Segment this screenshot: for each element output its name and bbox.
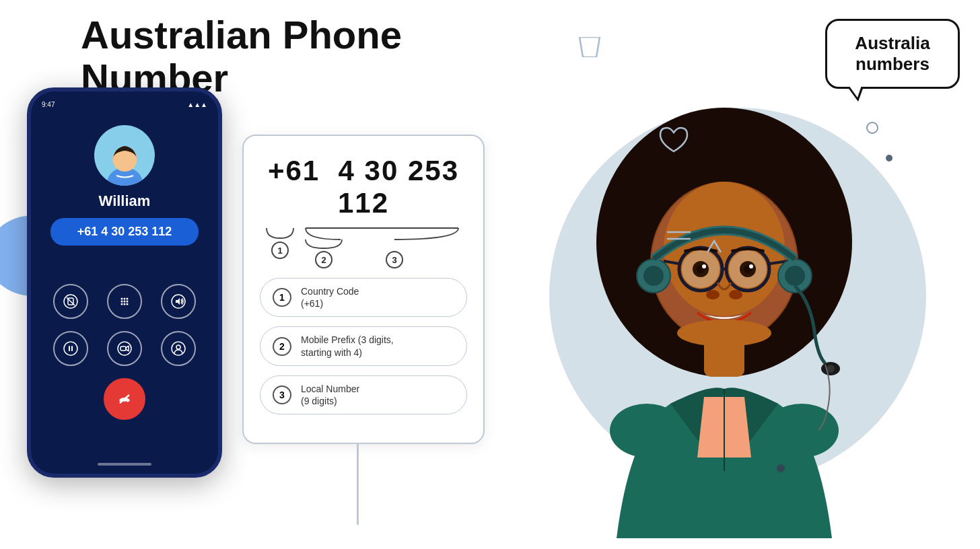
legend-badge-2: 2 — [273, 337, 291, 356]
svg-point-45 — [702, 264, 706, 268]
heart-decoration — [657, 124, 691, 155]
dot-decoration-2 — [777, 464, 785, 472]
svg-point-18 — [118, 342, 131, 355]
svg-point-59 — [867, 122, 878, 133]
svg-point-52 — [643, 266, 664, 286]
dot-decoration — [886, 155, 893, 161]
phone-mockup: 9:47 ▲▲▲ William +61 4 30 253 — [27, 87, 222, 478]
svg-point-8 — [121, 301, 123, 303]
avatar — [94, 125, 155, 186]
end-call-button[interactable] — [104, 378, 145, 420]
keypad-button[interactable] — [107, 284, 142, 319]
vertical-line — [357, 444, 359, 525]
svg-point-12 — [124, 303, 126, 305]
phone-home-indicator — [98, 463, 151, 466]
legend-item-2: 2 Mobile Prefix (3 digits, starting with… — [260, 326, 467, 365]
phone-number-display: +61 4 30 253 112 — [50, 218, 199, 246]
speech-bubble: Australia numbers — [825, 19, 960, 89]
svg-text:1: 1 — [277, 246, 282, 256]
speaker-button[interactable] — [161, 284, 196, 319]
format-card: +61 4 30 253 112 1 2 3 1 Country Code — [242, 135, 485, 444]
format-legend: 1 Country Code (+61) 2 Mobile Prefix (3 … — [260, 278, 467, 414]
svg-point-6 — [124, 298, 126, 300]
legend-badge-1: 1 — [273, 288, 291, 307]
bracket-annotations: 1 2 3 — [260, 225, 468, 268]
phone-btn-row-1 — [44, 284, 205, 319]
svg-point-11 — [121, 303, 123, 305]
diamond-decoration — [576, 37, 603, 57]
legend-item-1: 1 Country Code (+61) — [260, 278, 467, 317]
character-illustration — [522, 54, 980, 538]
contact-name: William — [50, 192, 199, 210]
phone-time: 9:47 — [42, 101, 55, 108]
speech-bubble-text: Australia numbers — [855, 33, 930, 74]
contact-button[interactable] — [161, 331, 196, 366]
svg-rect-50 — [704, 336, 744, 377]
phone-btn-row-2 — [44, 331, 205, 366]
legend-text-1: Country Code (+61) — [301, 285, 359, 309]
svg-rect-16 — [69, 346, 70, 351]
circle-decoration — [866, 121, 879, 135]
video-button[interactable] — [107, 331, 142, 366]
svg-point-13 — [127, 303, 129, 305]
lines-decoration — [667, 229, 691, 246]
legend-badge-3: 3 — [273, 386, 291, 404]
svg-point-47 — [706, 290, 720, 299]
arrow-decoration — [704, 235, 724, 256]
svg-point-48 — [729, 290, 742, 299]
svg-point-54 — [785, 266, 805, 286]
svg-point-10 — [127, 301, 129, 303]
svg-point-7 — [127, 298, 129, 300]
svg-point-57 — [610, 404, 684, 458]
svg-point-33 — [664, 182, 785, 316]
svg-rect-17 — [71, 346, 73, 351]
phone-avatar-area: William +61 4 30 253 112 — [50, 125, 199, 246]
pause-button[interactable] — [53, 331, 88, 366]
legend-item-3: 3 Local Number (9 digits) — [260, 375, 467, 414]
svg-rect-19 — [120, 346, 126, 351]
phone-controls — [44, 284, 205, 420]
mute-button[interactable] — [53, 284, 88, 319]
svg-point-46 — [749, 264, 753, 268]
svg-text:3: 3 — [392, 255, 396, 265]
phone-status-bar: 9:47 ▲▲▲ — [31, 101, 218, 108]
svg-point-21 — [176, 345, 180, 349]
svg-text:2: 2 — [321, 255, 326, 265]
phone-signal: ▲▲▲ — [187, 101, 207, 108]
svg-point-20 — [172, 342, 185, 355]
legend-text-3: Local Number (9 digits) — [301, 383, 359, 407]
svg-point-5 — [121, 298, 123, 300]
legend-text-2: Mobile Prefix (3 digits, starting with 4… — [301, 334, 394, 358]
svg-point-15 — [64, 342, 77, 355]
svg-point-9 — [124, 301, 126, 303]
format-number-display: +61 4 30 253 112 — [260, 155, 467, 219]
